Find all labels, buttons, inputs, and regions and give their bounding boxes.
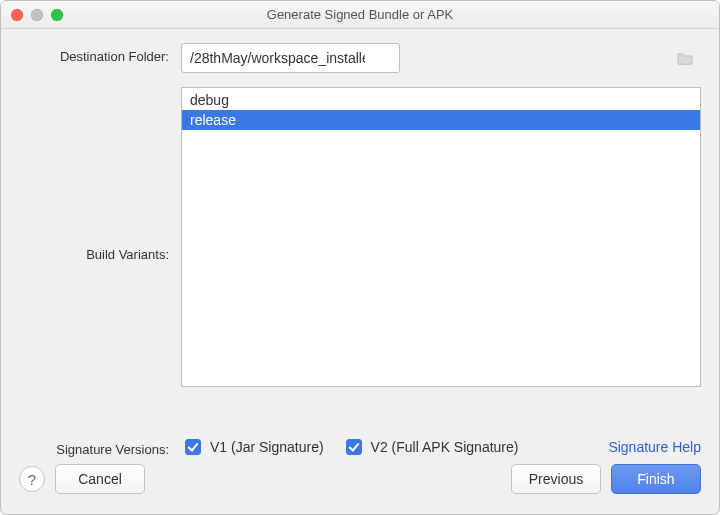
minimize-window-button[interactable] [31, 9, 43, 21]
destination-folder-input[interactable] [181, 43, 400, 73]
dialog-window: Generate Signed Bundle or APK Destinatio… [0, 0, 720, 515]
titlebar: Generate Signed Bundle or APK [1, 1, 719, 29]
help-button[interactable]: ? [19, 466, 45, 492]
dialog-title: Generate Signed Bundle or APK [1, 7, 719, 22]
destination-folder-label: Destination Folder: [19, 43, 169, 64]
variant-item-release[interactable]: release [182, 110, 700, 130]
build-variants-label: Build Variants: [19, 247, 169, 262]
variant-item-debug[interactable]: debug [182, 90, 700, 110]
zoom-window-button[interactable] [51, 9, 63, 21]
destination-folder-input-wrap [181, 43, 701, 73]
v1-signature-label: V1 (Jar Signature) [210, 439, 324, 455]
finish-button[interactable]: Finish [611, 464, 701, 494]
build-variants-list[interactable]: debugrelease [181, 87, 701, 387]
v2-signature-checkbox-wrap: V2 (Full APK Signature) [342, 436, 519, 458]
dialog-footer: ? Cancel Previous Finish [1, 458, 719, 514]
previous-button[interactable]: Previous [511, 464, 601, 494]
traffic-lights [11, 9, 63, 21]
signature-versions-row: V1 (Jar Signature) V2 (Full APK Signatur… [181, 436, 701, 458]
v2-signature-checkbox[interactable] [346, 439, 362, 455]
v1-signature-checkbox[interactable] [185, 439, 201, 455]
cancel-button[interactable]: Cancel [55, 464, 145, 494]
destination-folder-row [181, 43, 701, 73]
v1-signature-checkbox-wrap: V1 (Jar Signature) [181, 436, 324, 458]
folder-browse-icon[interactable] [675, 50, 695, 66]
v2-signature-label: V2 (Full APK Signature) [371, 439, 519, 455]
content-area: Destination Folder: Build Variants: debu… [1, 29, 719, 458]
signature-versions-label: Signature Versions: [19, 436, 169, 457]
signature-help-link[interactable]: Signature Help [608, 439, 701, 455]
close-window-button[interactable] [11, 9, 23, 21]
